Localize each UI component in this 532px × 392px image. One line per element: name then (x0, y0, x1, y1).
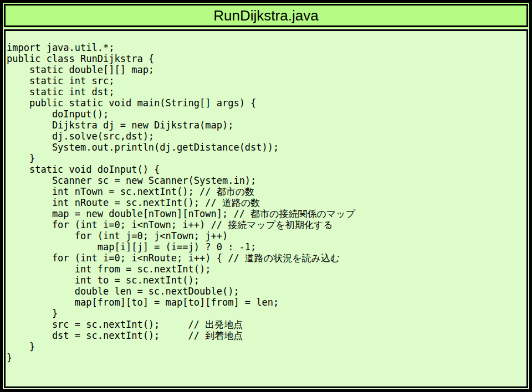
code-line: for (int i=0; i<nRoute; i++) { // 道路の状況を… (7, 252, 523, 264)
code-line: import java.util.*; (7, 42, 523, 53)
code-line: for (int j=0; j<nTown; j++) (7, 230, 523, 241)
code-line: dst = sc.nextInt(); // 到着地点 (7, 330, 523, 341)
code-line: int to = sc.nextInt(); (7, 275, 523, 286)
code-line: System.out.println(dj.getDistance(dst)); (7, 142, 523, 153)
code-line: map[from][to] = map[to][from] = len; (7, 297, 523, 308)
code-line: public class RunDijkstra { (7, 53, 523, 64)
window-title-bar: RunDijkstra.java (4, 4, 528, 27)
code-line: } (7, 341, 523, 352)
code-panel: import java.util.*;public class RunDijks… (4, 29, 528, 388)
code-line: map = new double[nTown][nTown]; // 都市の接続… (7, 208, 523, 219)
code-line: for (int i=0; i<nTown; i++) // 接続マップを初期化… (7, 219, 523, 230)
code-line: src = sc.nextInt(); // 出発地点 (7, 319, 523, 330)
code-line: int nRoute = sc.nextInt(); // 道路の数 (7, 197, 523, 208)
title-section: RunDijkstra.java (3, 3, 529, 28)
code-line: doInput(); (7, 109, 523, 120)
code-line: } (7, 352, 523, 363)
code-line: int from = sc.nextInt(); (7, 264, 523, 275)
code-line: Scanner sc = new Scanner(System.in); (7, 175, 523, 186)
code-line: static int src; (7, 75, 523, 86)
code-line: double len = sc.nextDouble(); (7, 286, 523, 297)
code-line: static int dst; (7, 86, 523, 97)
code-line: } (7, 153, 523, 164)
code-line: int nTown = sc.nextInt(); // 都市の数 (7, 186, 523, 197)
code-content: import java.util.*;public class RunDijks… (7, 42, 523, 363)
window-title: RunDijkstra.java (213, 8, 318, 23)
code-listing-window: RunDijkstra.java import java.util.*;publ… (0, 0, 532, 392)
code-line: static void doInput() { (7, 164, 523, 175)
code-line: map[i][j] = (i==j) ? 0 : -1; (7, 241, 523, 252)
code-line: static double[][] map; (7, 64, 523, 75)
code-line: } (7, 308, 523, 319)
code-line: Dijkstra dj = new Dijkstra(map); (7, 120, 523, 131)
code-section: import java.util.*;public class RunDijks… (3, 28, 529, 389)
code-line: public static void main(String[] args) { (7, 97, 523, 109)
code-line: dj.solve(src,dst); (7, 131, 523, 142)
